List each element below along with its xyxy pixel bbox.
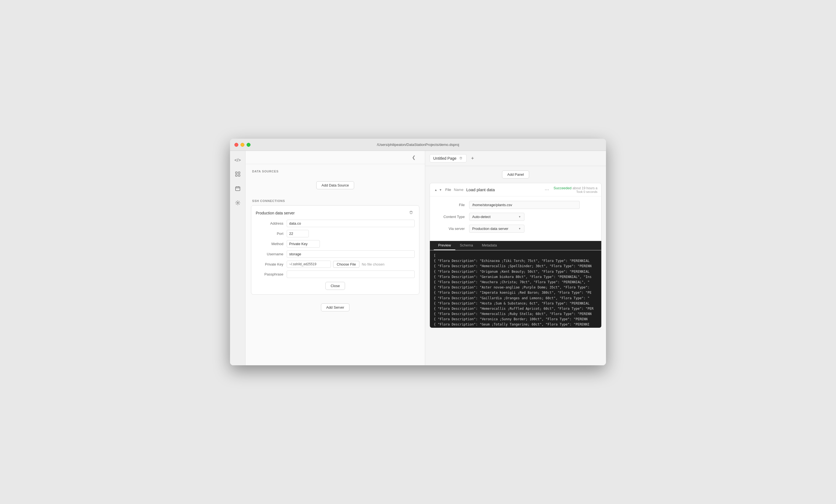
status-success-text: Succeeded about 19 hours a — [553, 186, 597, 190]
port-label: Port — [256, 232, 283, 236]
query-name-label: Name — [454, 188, 463, 192]
passphrase-label: Passphrase — [256, 272, 283, 276]
via-server-select-wrapper: Production data server None ▾ — [469, 225, 520, 233]
add-datasource-area: Add Data Source — [246, 176, 425, 195]
file-input-group: ~/.ssh/id_ed25519 Choose File No file ch… — [287, 260, 384, 268]
private-key-label: Private Key — [256, 262, 283, 266]
titlebar: /Users/philipeaton/DataStationProjects/d… — [230, 139, 606, 151]
method-label: Method — [256, 242, 283, 246]
add-server-button[interactable]: Add Server — [321, 304, 349, 311]
data-preview-line: { "Flora Description": "Hemerocallis ;Ru… — [434, 306, 597, 311]
calendar-icon — [235, 186, 240, 192]
data-preview-line: { "Flora Description": "Origanum ;Kent B… — [434, 269, 597, 274]
data-preview-line: { "Flora Description": "Heuchera ;Christ… — [434, 279, 597, 285]
ssh-card-header: Production data server — [256, 210, 415, 216]
file-form-label: File — [434, 203, 465, 207]
sidebar-settings-btn[interactable] — [233, 198, 243, 208]
chevron-group: ▲ ▼ — [434, 188, 443, 192]
code-icon: </> — [234, 158, 241, 163]
sidebar-grid-btn[interactable] — [233, 170, 243, 180]
main-layout: </> — [230, 151, 606, 365]
add-data-source-button[interactable]: Add Data Source — [316, 181, 354, 189]
data-preview-line: { "Flora Description": "Hemerocallis ;Sp… — [434, 264, 597, 269]
choose-file-button[interactable]: Choose File — [333, 261, 359, 268]
passphrase-row: Passphrase — [256, 271, 415, 278]
delete-ssh-btn[interactable] — [407, 210, 415, 216]
maximize-window-btn[interactable] — [247, 143, 250, 147]
data-preview-line: { "Flora Description": "Aster novae-angl… — [434, 285, 597, 290]
page-tab[interactable]: Untitled Page — [430, 154, 467, 162]
add-page-btn[interactable]: + — [469, 154, 476, 162]
svg-rect-0 — [235, 172, 237, 174]
sidebar-code-btn[interactable]: </> — [233, 155, 243, 165]
data-preview-line: { "Flora Description": "Geum ;Totally Ta… — [434, 322, 597, 327]
username-row: Username — [256, 250, 415, 258]
add-panel-button[interactable]: Add Panel — [502, 171, 529, 178]
source-type-label: File — [445, 188, 451, 192]
method-row: Method Private Key Password — [256, 240, 415, 248]
data-preview-line: { "Flora Description": "Veronica ;Sunny … — [434, 317, 597, 322]
method-select[interactable]: Private Key Password — [287, 240, 320, 248]
svg-point-8 — [237, 202, 238, 203]
traffic-lights — [234, 143, 250, 147]
gear-icon — [235, 200, 240, 207]
passphrase-input[interactable] — [287, 271, 415, 278]
svg-rect-4 — [235, 187, 240, 191]
grid-icon — [235, 172, 240, 178]
chevron-up-btn[interactable]: ▲ — [434, 188, 438, 192]
delete-tab-btn[interactable] — [459, 156, 463, 160]
private-key-row: Private Key ~/.ssh/id_ed25519 Choose Fil… — [256, 260, 415, 268]
username-label: Username — [256, 252, 283, 256]
panel-header: ❮ — [246, 151, 425, 164]
data-preview-line: { "Flora Description": "Echinacea ;Tiki … — [434, 258, 597, 264]
method-select-wrapper: Private Key Password — [287, 240, 415, 248]
page-tab-label: Untitled Page — [433, 156, 456, 160]
more-options-btn[interactable]: ⋯ — [543, 187, 551, 193]
address-label: Address — [256, 221, 283, 226]
data-preview-line: [ — [434, 253, 597, 258]
right-top-bar: Untitled Page + — [425, 151, 606, 166]
right-content: Add Panel ▲ ▼ File Name Load plant data … — [425, 166, 606, 365]
via-server-form-label: Via server — [434, 227, 465, 231]
file-path-input[interactable] — [469, 201, 580, 209]
right-panel: Untitled Page + Add Panel — [425, 151, 606, 365]
status-area: Succeeded about 19 hours a Took 0 second… — [553, 186, 597, 193]
close-button[interactable]: Close — [325, 282, 345, 290]
minimize-window-btn[interactable] — [241, 143, 244, 147]
address-input[interactable] — [287, 220, 415, 227]
port-input[interactable] — [287, 230, 309, 237]
data-preview-line: { "Flora Description": "Hosta ;Sum & Sub… — [434, 301, 597, 306]
data-preview-line: { "Flora Description": "Gaillardia ;Oran… — [434, 296, 597, 301]
data-preview-line: { "Flora Description": "Euonymus ;Gold S… — [434, 327, 597, 328]
tab-metadata[interactable]: Metadata — [477, 241, 501, 250]
close-window-btn[interactable] — [234, 143, 238, 147]
tab-preview[interactable]: Preview — [434, 241, 455, 250]
content-type-form-label: Content Type — [434, 215, 465, 219]
file-form-row: File — [434, 201, 597, 209]
tab-schema[interactable]: Schema — [455, 241, 477, 250]
app-window: /Users/philipeaton/DataStationProjects/d… — [230, 139, 606, 365]
query-form: File Content Type Auto-detect CSV JSON P… — [430, 196, 601, 241]
via-server-select[interactable]: Production data server None — [469, 225, 525, 233]
card-actions: Close — [256, 282, 415, 290]
ssh-card-title: Production data server — [256, 211, 295, 215]
username-input[interactable] — [287, 250, 415, 258]
ssh-connection-card: Production data server Address Port — [251, 205, 419, 294]
content-type-select[interactable]: Auto-detect CSV JSON Parquet — [469, 213, 525, 221]
svg-rect-2 — [235, 175, 237, 176]
svg-rect-1 — [238, 172, 240, 174]
ssh-connections-label: SSH CONNECTIONS — [246, 195, 425, 205]
sidebar-schedule-btn[interactable] — [233, 184, 243, 194]
query-panel: ▲ ▼ File Name Load plant data ⋯ Succeede… — [430, 183, 602, 328]
via-server-form-row: Via server Production data server None ▾ — [434, 225, 597, 233]
data-preview: [ { "Flora Description": "Echinacea ;Tik… — [430, 250, 601, 328]
add-server-area: Add Server — [246, 299, 425, 316]
port-row: Port — [256, 230, 415, 237]
chevron-down-btn[interactable]: ▼ — [438, 188, 443, 192]
add-panel-area: Add Panel — [430, 171, 602, 178]
svg-rect-3 — [238, 175, 240, 176]
collapse-panel-btn[interactable]: ❮ — [407, 153, 420, 162]
address-row: Address — [256, 220, 415, 227]
private-key-path: ~/.ssh/id_ed25519 — [287, 260, 331, 268]
data-preview-line: { "Flora Description": "Imperata koenigi… — [434, 290, 597, 295]
